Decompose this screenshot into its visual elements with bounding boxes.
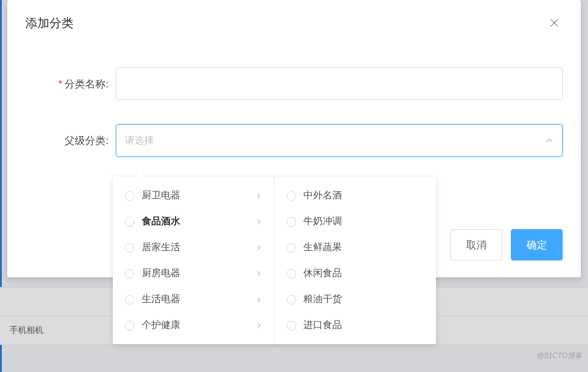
cascader-item[interactable]: 粮油干货 (274, 286, 436, 312)
cascader-item-label: 生鲜蔬果 (303, 241, 342, 254)
radio-icon (286, 321, 296, 330)
cascader-item[interactable]: 生鲜蔬果 (274, 235, 436, 260)
cascader-item[interactable]: 厨房电器 (113, 260, 274, 286)
form-row-parent: 父级分类: 请选择 (25, 124, 563, 157)
cascader-item[interactable]: 进口食品 (274, 312, 436, 338)
cascader-item[interactable]: 生活电器 (113, 286, 274, 312)
radio-icon (286, 217, 296, 227)
cascader-panel-2: 中外名酒牛奶冲调生鲜蔬果休闲食品粮油干货进口食品 (274, 177, 436, 344)
chevron-right-icon (256, 219, 262, 225)
close-button[interactable] (546, 14, 563, 31)
radio-icon (286, 243, 296, 253)
chevron-right-icon (256, 297, 262, 303)
radio-icon (125, 295, 134, 304)
radio-icon (125, 321, 134, 330)
cascader-item-label: 居家生活 (142, 241, 180, 254)
cascader-item[interactable]: 食品酒水 (113, 209, 274, 235)
chevron-right-icon (256, 193, 262, 199)
cancel-button[interactable]: 取消 (450, 229, 502, 260)
cascader-item[interactable]: 厨卫电器 (113, 183, 274, 209)
cascader-item-label: 厨卫电器 (142, 189, 180, 202)
cascader-item[interactable]: 牛奶冲调 (274, 209, 436, 235)
parent-category-select[interactable]: 请选择 (116, 124, 563, 157)
watermark: @51CTO博客 (537, 351, 582, 361)
name-label: *分类名称: (25, 77, 116, 91)
cascader-item-label: 休闲食品 (303, 267, 342, 280)
cascader-panel-1: 厨卫电器食品酒水居家生活厨房电器生活电器个护健康 (113, 177, 274, 344)
modal-title: 添加分类 (25, 15, 74, 31)
radio-icon (125, 269, 134, 279)
category-name-input[interactable] (116, 68, 563, 100)
cascader-item-label: 厨房电器 (142, 267, 180, 280)
chevron-right-icon (256, 271, 262, 277)
cascader-dropdown: 厨卫电器食品酒水居家生活厨房电器生活电器个护健康 中外名酒牛奶冲调生鲜蔬果休闲食… (113, 177, 436, 344)
close-icon (549, 18, 559, 28)
chevron-up-icon (545, 136, 554, 145)
cascader-item[interactable]: 休闲食品 (274, 260, 436, 286)
select-placeholder: 请选择 (125, 134, 154, 147)
modal-header: 添加分类 (25, 14, 563, 31)
cascader-item-label: 食品酒水 (142, 215, 180, 228)
radio-icon (286, 295, 296, 304)
parent-label: 父级分类: (25, 134, 116, 148)
cascader-item-label: 中外名酒 (303, 189, 342, 202)
confirm-button[interactable]: 确定 (511, 229, 563, 260)
cascader-item[interactable]: 居家生活 (113, 235, 274, 260)
required-asterisk: * (58, 78, 63, 90)
cascader-item-label: 进口食品 (303, 319, 342, 332)
cascader-item[interactable]: 个护健康 (113, 312, 274, 338)
cascader-item-label: 生活电器 (142, 293, 180, 306)
radio-icon (125, 217, 134, 227)
chevron-right-icon (256, 245, 262, 251)
cascader-item-label: 个护健康 (142, 319, 180, 332)
radio-icon (286, 269, 296, 279)
cascader-item-label: 粮油干货 (303, 293, 342, 306)
modal-footer: 取消 确定 (450, 229, 563, 260)
cascader-item[interactable]: 中外名酒 (274, 183, 436, 209)
radio-icon (125, 191, 134, 201)
form-row-name: *分类名称: (25, 68, 563, 100)
radio-icon (286, 191, 296, 201)
chevron-right-icon (256, 323, 262, 329)
cascader-item-label: 牛奶冲调 (303, 215, 342, 228)
radio-icon (125, 243, 134, 253)
